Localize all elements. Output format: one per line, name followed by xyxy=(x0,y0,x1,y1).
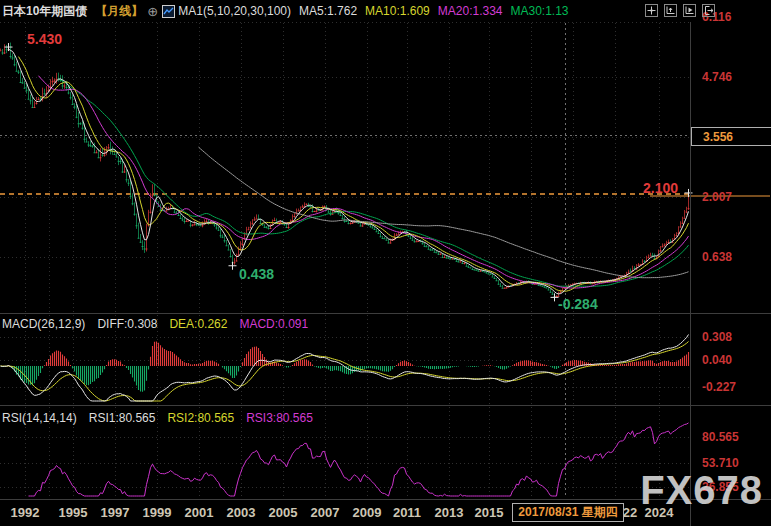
rsi-name: RSI(14,14,14) xyxy=(2,411,77,425)
add-indicator-icon[interactable]: ⊕ xyxy=(147,4,158,19)
period-label[interactable]: 【月线】 xyxy=(95,3,143,20)
expand-chart-icon[interactable] xyxy=(683,4,696,17)
macd-diff-value: DIFF:0.308 xyxy=(97,317,157,331)
crosshair-date-box: 2017/08/31 星期四 xyxy=(512,503,624,522)
macd-name: MACD(26,12,9) xyxy=(2,317,85,331)
rsi-pane-header: RSI(14,14,14) RSI1:80.565 RSI2:80.565 RS… xyxy=(2,411,313,425)
instrument-title: 日本10年期国债 xyxy=(2,3,87,20)
crosshair-tool-icon[interactable] xyxy=(645,4,658,17)
macd-pane-header: MACD(26,12,9) DIFF:0.308 DEA:0.262 MACD:… xyxy=(2,317,308,331)
bond-chart-app: 日本10年期国债 【月线】 ⊕ MA1(5,10,20,30,100) MA5:… xyxy=(0,0,771,526)
ma-settings-label: MA1(5,10,20,30,100) xyxy=(178,4,291,18)
chart-canvas[interactable] xyxy=(0,0,771,526)
macd-dea-value: DEA:0.262 xyxy=(169,317,227,331)
chart-toolbar xyxy=(645,4,718,17)
ma20-value: MA20:1.334 xyxy=(438,4,503,18)
ma5-value: MA5:1.762 xyxy=(299,4,357,18)
rsi1-value: RSI1:80.565 xyxy=(89,411,156,425)
fx678-watermark: FX678 xyxy=(640,470,763,510)
macd-macd-value: MACD:0.091 xyxy=(239,317,308,331)
crosshair-price-box: 3.556 xyxy=(691,127,771,146)
ma30-value: MA30:1.13 xyxy=(511,4,569,18)
exit-chart-icon[interactable] xyxy=(702,4,715,17)
ma10-value: MA10:1.609 xyxy=(365,4,430,18)
compress-chart-icon[interactable] xyxy=(664,4,677,17)
rsi2-value: RSI2:80.565 xyxy=(167,411,234,425)
mini-line-chart-icon[interactable] xyxy=(162,5,175,18)
rsi3-value: RSI3:80.565 xyxy=(246,411,313,425)
